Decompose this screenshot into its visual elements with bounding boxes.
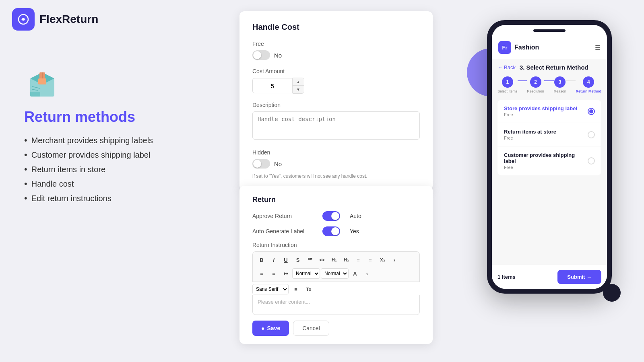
editor-content[interactable]: Please enter content...	[252, 295, 420, 315]
italic-button[interactable]: I	[268, 254, 279, 265]
stepper-up[interactable]: ▲	[293, 78, 304, 86]
option-name-2: Return items at store	[504, 129, 588, 135]
step-item-3: 3 Reason	[554, 76, 566, 93]
cost-amount-row: ▲ ▼	[252, 78, 420, 94]
auto-generate-label: Auto Generate Label	[252, 228, 313, 234]
h1-button[interactable]: H₁	[328, 254, 340, 265]
list-item: Merchant provides shipping labels	[24, 135, 193, 146]
step-circle-4: 4	[583, 76, 594, 88]
option-info-3: Customer provides shipping label Free	[504, 152, 588, 170]
header: FlexReturn	[12, 8, 98, 31]
svg-rect-4	[38, 78, 46, 84]
more-button[interactable]: ›	[389, 254, 400, 265]
option-price-2: Free	[504, 136, 588, 140]
list-item: Edit return instructions	[24, 193, 193, 204]
radio-btn-3[interactable]	[588, 157, 595, 165]
description-label: Description	[252, 102, 420, 108]
hidden-toggle[interactable]	[252, 159, 270, 169]
free-toggle[interactable]	[252, 50, 270, 60]
step-label-4: Return Method	[576, 89, 601, 93]
code-button[interactable]: <>	[316, 254, 328, 265]
free-toggle-value: No	[274, 52, 282, 59]
cost-amount-input[interactable]	[252, 78, 293, 93]
step-connector-1	[518, 80, 527, 81]
approve-return-toggle[interactable]	[322, 211, 340, 221]
return-instruction-label: Return Instruction	[252, 242, 313, 248]
align-right-button[interactable]: ≡	[268, 268, 279, 279]
option-info-1: Store provides shipping label Free	[504, 105, 588, 117]
format-select-2[interactable]: Normal	[321, 268, 349, 279]
ul-button[interactable]: ≡	[365, 254, 376, 265]
step-circle-3: 3	[554, 76, 566, 88]
phone-footer: 1 Items Submit →	[492, 265, 607, 289]
approve-return-value: Auto	[350, 213, 361, 219]
phone-brand: Fashion	[514, 44, 539, 51]
dark-decoration-circle	[603, 284, 621, 302]
h2-button[interactable]: H₂	[341, 254, 352, 265]
phone-back-button[interactable]: ← Back	[497, 64, 516, 70]
option-price-1: Free	[504, 112, 588, 117]
phone-content: ← Back 3. Select Return Method 1 Select …	[492, 59, 607, 265]
stepper-down[interactable]: ▼	[293, 86, 304, 93]
editor-placeholder: Please enter content...	[258, 299, 310, 305]
action-buttons: ● Save Cancel	[252, 321, 420, 336]
radio-btn-1[interactable]	[588, 108, 595, 115]
bold-button[interactable]: B	[256, 254, 267, 265]
save-button[interactable]: ● Save	[252, 321, 289, 336]
logo-box	[12, 8, 35, 31]
font-color-button[interactable]: A	[349, 268, 361, 279]
return-option-1[interactable]: Store provides shipping label Free	[497, 100, 601, 123]
format-select-1[interactable]: Normal	[292, 268, 320, 279]
option-info-2: Return items at store Free	[504, 129, 588, 140]
return-instruction-section: Return Instruction B I U S ❝❞ <> H₁ H₂ ≡…	[252, 242, 420, 336]
align-center-button[interactable]: ≡	[290, 284, 301, 295]
rich-text-toolbar: B I U S ❝❞ <> H₁ H₂ ≡ ≡ X₂ › ≡ ≡ ↦ Norma…	[252, 251, 420, 282]
return-methods-title: Return methods	[24, 109, 193, 125]
handle-cost-card: Handle Cost Free No Cost Amount ▲ ▼ Desc…	[239, 11, 433, 190]
return-card-title: Return	[252, 195, 420, 204]
font-select[interactable]: Sans Serif	[252, 284, 289, 294]
brand-name: FlexReturn	[39, 13, 98, 26]
ol-button[interactable]: ≡	[353, 254, 364, 265]
submit-button[interactable]: Submit →	[557, 270, 601, 284]
step-circle-1: 1	[502, 76, 513, 88]
logo-icon	[17, 13, 29, 25]
hidden-hint: if set to "Yes", customers will not see …	[252, 173, 420, 179]
step-label-3: Reason	[554, 89, 566, 93]
phone-nav: ← Back 3. Select Return Method	[497, 64, 601, 71]
clear-format-button[interactable]: Tx	[303, 284, 314, 295]
return-option-3[interactable]: Customer provides shipping label Free	[497, 146, 601, 175]
auto-generate-row: Auto Generate Label Yes	[252, 226, 420, 236]
handle-cost-title: Handle Cost	[252, 23, 420, 32]
phone-step-title: 3. Select Return Method	[520, 64, 588, 71]
description-textarea[interactable]	[252, 111, 420, 140]
approve-return-row: Approve Return Auto	[252, 211, 420, 221]
step-item-1: 1 Select Items	[497, 76, 518, 93]
phone-menu-icon[interactable]: ☰	[595, 44, 601, 51]
phone-header: Fr Fashion ☰	[492, 36, 607, 59]
underline-button[interactable]: U	[280, 254, 291, 265]
strike-button[interactable]: S	[292, 254, 303, 265]
indent-button[interactable]: ↦	[280, 268, 291, 279]
list-item: Handle cost	[24, 179, 193, 189]
quote-button[interactable]: ❝❞	[304, 254, 316, 265]
step-circle-2: 2	[530, 76, 541, 88]
toolbar-row3: Sans Serif ≡ Tx	[252, 284, 420, 295]
free-label: Free	[252, 41, 420, 47]
radio-btn-2[interactable]	[588, 131, 595, 138]
toolbar-row2: ≡ ≡ ↦ Normal Normal A ›	[256, 268, 373, 279]
radio-dot-1	[589, 109, 593, 113]
more-btn2[interactable]: ›	[361, 268, 373, 279]
bullet-list: Merchant provides shipping labels Custom…	[24, 135, 193, 204]
align-left-button[interactable]: ≡	[256, 268, 267, 279]
step-item-4: 4 Return Method	[576, 76, 601, 93]
svg-point-1	[22, 18, 25, 21]
phone-logo-box: Fr	[498, 41, 511, 54]
auto-generate-toggle[interactable]	[322, 226, 340, 236]
return-card: Return Approve Return Auto Auto Generate…	[239, 186, 433, 344]
option-name-3: Customer provides shipping label	[504, 152, 588, 164]
return-option-2[interactable]: Return items at store Free	[497, 123, 601, 146]
sub-button[interactable]: X₂	[377, 254, 388, 265]
left-section: Return methods Merchant provides shippin…	[24, 64, 193, 208]
cancel-button[interactable]: Cancel	[293, 321, 329, 336]
